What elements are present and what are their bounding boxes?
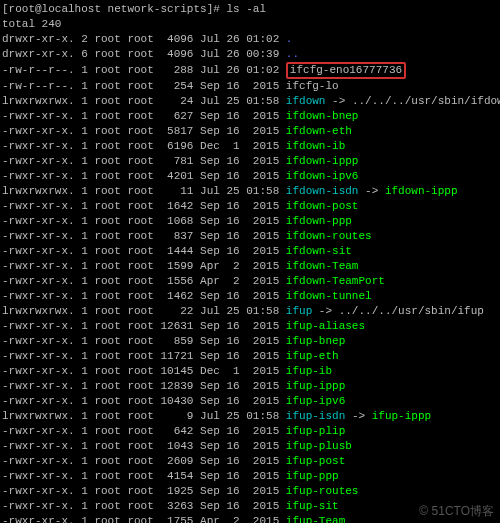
file-name: ifup-bnep	[286, 335, 345, 347]
file-name: ifdown-tunnel	[286, 290, 372, 302]
file-meta: -rw-r--r--. 1 root root 288 Jul 26 01:02	[2, 64, 286, 76]
file-meta: -rwxr-xr-x. 1 root root 10430 Sep 16 201…	[2, 395, 286, 407]
file-meta: -rw-r--r--. 1 root root 254 Sep 16 2015	[2, 80, 286, 92]
file-meta: drwxr-xr-x. 2 root root 4096 Jul 26 01:0…	[2, 33, 286, 45]
listing-row: -rwxr-xr-x. 1 root root 10145 Dec 1 2015…	[2, 364, 498, 379]
listing-row: lrwxrwxrwx. 1 root root 11 Jul 25 01:58 …	[2, 184, 498, 199]
listing-row: -rwxr-xr-x. 1 root root 12631 Sep 16 201…	[2, 319, 498, 334]
listing-row: -rwxr-xr-x. 1 root root 1043 Sep 16 2015…	[2, 439, 498, 454]
file-meta: drwxr-xr-x. 6 root root 4096 Jul 26 00:3…	[2, 48, 286, 60]
file-meta: -rwxr-xr-x. 1 root root 12839 Sep 16 201…	[2, 380, 286, 392]
file-name: ifdown-TeamPort	[286, 275, 385, 287]
symlink-target: ../../../usr/sbin/ifdown	[352, 95, 500, 107]
file-meta: -rwxr-xr-x. 1 root root 12631 Sep 16 201…	[2, 320, 286, 332]
file-name: ..	[286, 48, 299, 60]
file-meta: -rwxr-xr-x. 1 root root 3263 Sep 16 2015	[2, 500, 286, 512]
file-meta: -rwxr-xr-x. 1 root root 1043 Sep 16 2015	[2, 440, 286, 452]
listing-row: -rwxr-xr-x. 1 root root 6196 Dec 1 2015 …	[2, 139, 498, 154]
file-meta: -rwxr-xr-x. 1 root root 642 Sep 16 2015	[2, 425, 286, 437]
file-meta: -rwxr-xr-x. 1 root root 859 Sep 16 2015	[2, 335, 286, 347]
file-meta: -rwxr-xr-x. 1 root root 2609 Sep 16 2015	[2, 455, 286, 467]
file-name: ifup	[286, 305, 312, 317]
prompt: [root@localhost network-scripts]#	[2, 3, 226, 15]
file-name: ifdown-ppp	[286, 215, 352, 227]
file-name: ifdown-ippp	[286, 155, 359, 167]
listing-row: drwxr-xr-x. 6 root root 4096 Jul 26 00:3…	[2, 47, 498, 62]
file-name: ifdown-sit	[286, 245, 352, 257]
file-name: ifcfg-eno16777736	[286, 62, 406, 79]
terminal[interactable]: [root@localhost network-scripts]# ls -al…	[0, 0, 500, 523]
file-meta: -rwxr-xr-x. 1 root root 11721 Sep 16 201…	[2, 350, 286, 362]
symlink-arrow: ->	[358, 185, 384, 197]
listing-row: -rwxr-xr-x. 1 root root 642 Sep 16 2015 …	[2, 424, 498, 439]
file-meta: -rwxr-xr-x. 1 root root 6196 Dec 1 2015	[2, 140, 286, 152]
file-name: ifdown	[286, 95, 326, 107]
file-name: ifup-plusb	[286, 440, 352, 452]
listing-row: -rwxr-xr-x. 1 root root 4154 Sep 16 2015…	[2, 469, 498, 484]
listing-row: -rw-r--r--. 1 root root 288 Jul 26 01:02…	[2, 62, 498, 79]
symlink-target: ifup-ippp	[372, 410, 431, 422]
file-name: ifdown-eth	[286, 125, 352, 137]
symlink-target: ifdown-ippp	[385, 185, 458, 197]
file-meta: -rwxr-xr-x. 1 root root 781 Sep 16 2015	[2, 155, 286, 167]
file-name: ifup-aliases	[286, 320, 365, 332]
file-meta: -rwxr-xr-x. 1 root root 1556 Apr 2 2015	[2, 275, 286, 287]
listing-row: -rwxr-xr-x. 1 root root 627 Sep 16 2015 …	[2, 109, 498, 124]
file-name: ifdown-bnep	[286, 110, 359, 122]
listing-row: drwxr-xr-x. 2 root root 4096 Jul 26 01:0…	[2, 32, 498, 47]
listing-row: -rwxr-xr-x. 1 root root 1642 Sep 16 2015…	[2, 199, 498, 214]
listing-row: -rwxr-xr-x. 1 root root 859 Sep 16 2015 …	[2, 334, 498, 349]
file-listing: drwxr-xr-x. 2 root root 4096 Jul 26 01:0…	[2, 32, 498, 523]
file-name: ifdown-ipv6	[286, 170, 359, 182]
listing-row: -rwxr-xr-x. 1 root root 4201 Sep 16 2015…	[2, 169, 498, 184]
file-meta: lrwxrwxrwx. 1 root root 22 Jul 25 01:58	[2, 305, 286, 317]
file-name: ifup-routes	[286, 485, 359, 497]
file-meta: -rwxr-xr-x. 1 root root 4154 Sep 16 2015	[2, 470, 286, 482]
listing-row: -rwxr-xr-x. 1 root root 1444 Sep 16 2015…	[2, 244, 498, 259]
file-name: ifup-post	[286, 455, 345, 467]
file-name: ifup-sit	[286, 500, 339, 512]
watermark: © 51CTO博客	[419, 504, 494, 519]
listing-row: -rwxr-xr-x. 1 root root 837 Sep 16 2015 …	[2, 229, 498, 244]
listing-row: lrwxrwxrwx. 1 root root 9 Jul 25 01:58 i…	[2, 409, 498, 424]
listing-row: lrwxrwxrwx. 1 root root 24 Jul 25 01:58 …	[2, 94, 498, 109]
listing-row: -rwxr-xr-x. 1 root root 781 Sep 16 2015 …	[2, 154, 498, 169]
listing-row: -rwxr-xr-x. 1 root root 1925 Sep 16 2015…	[2, 484, 498, 499]
file-meta: -rwxr-xr-x. 1 root root 1925 Sep 16 2015	[2, 485, 286, 497]
symlink-arrow: ->	[325, 95, 351, 107]
file-name: ifup-isdn	[286, 410, 345, 422]
listing-row: -rwxr-xr-x. 1 root root 1599 Apr 2 2015 …	[2, 259, 498, 274]
file-meta: -rwxr-xr-x. 1 root root 837 Sep 16 2015	[2, 230, 286, 242]
file-name: ifup-ippp	[286, 380, 345, 392]
listing-row: -rwxr-xr-x. 1 root root 1462 Sep 16 2015…	[2, 289, 498, 304]
file-meta: lrwxrwxrwx. 1 root root 11 Jul 25 01:58	[2, 185, 286, 197]
file-name: ifdown-routes	[286, 230, 372, 242]
file-meta: -rwxr-xr-x. 1 root root 1599 Apr 2 2015	[2, 260, 286, 272]
file-name: ifup-Team	[286, 515, 345, 523]
command: ls -al	[226, 3, 266, 15]
file-name: ifup-ib	[286, 365, 332, 377]
file-name: ifup-eth	[286, 350, 339, 362]
file-name: ifdown-Team	[286, 260, 359, 272]
listing-row: -rwxr-xr-x. 1 root root 1068 Sep 16 2015…	[2, 214, 498, 229]
file-name: ifup-ipv6	[286, 395, 345, 407]
listing-row: -rwxr-xr-x. 1 root root 11721 Sep 16 201…	[2, 349, 498, 364]
file-name: ifdown-ib	[286, 140, 345, 152]
file-name: ifcfg-lo	[286, 80, 339, 92]
file-name: .	[286, 33, 293, 45]
file-name: ifdown-isdn	[286, 185, 359, 197]
listing-row: lrwxrwxrwx. 1 root root 22 Jul 25 01:58 …	[2, 304, 498, 319]
file-meta: -rwxr-xr-x. 1 root root 1462 Sep 16 2015	[2, 290, 286, 302]
file-meta: lrwxrwxrwx. 1 root root 9 Jul 25 01:58	[2, 410, 286, 422]
file-name: ifdown-post	[286, 200, 359, 212]
file-meta: -rwxr-xr-x. 1 root root 1444 Sep 16 2015	[2, 245, 286, 257]
file-meta: -rwxr-xr-x. 1 root root 1755 Apr 2 2015	[2, 515, 286, 523]
listing-row: -rwxr-xr-x. 1 root root 5817 Sep 16 2015…	[2, 124, 498, 139]
file-name: ifup-ppp	[286, 470, 339, 482]
symlink-target: ../../../usr/sbin/ifup	[339, 305, 484, 317]
file-meta: -rwxr-xr-x. 1 root root 4201 Sep 16 2015	[2, 170, 286, 182]
symlink-arrow: ->	[312, 305, 338, 317]
listing-row: -rwxr-xr-x. 1 root root 2609 Sep 16 2015…	[2, 454, 498, 469]
file-meta: -rwxr-xr-x. 1 root root 5817 Sep 16 2015	[2, 125, 286, 137]
listing-row: -rwxr-xr-x. 1 root root 10430 Sep 16 201…	[2, 394, 498, 409]
